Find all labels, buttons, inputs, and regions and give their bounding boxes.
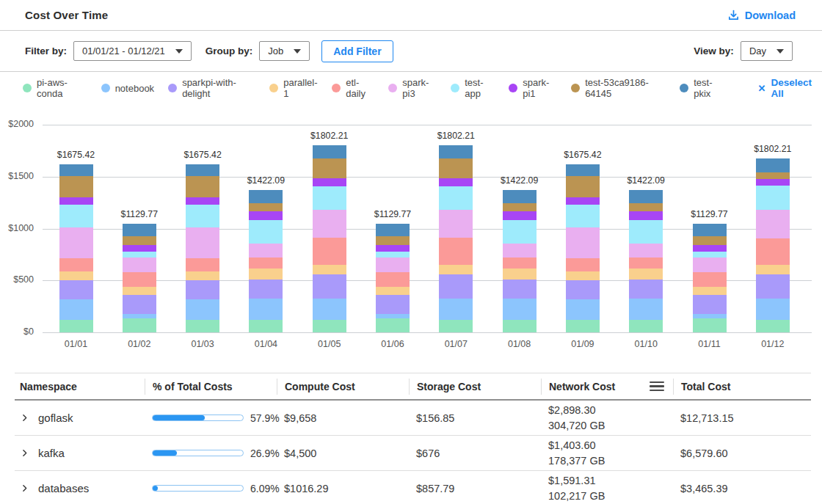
bar-segment-sparkpi-with-delight[interactable] (566, 280, 600, 299)
view-by-select[interactable]: Day (741, 41, 793, 61)
bar-segment-spark-pi3[interactable] (249, 244, 283, 258)
stacked-bar[interactable] (59, 164, 93, 332)
legend-item-test-pkix[interactable]: test-pkix (680, 77, 724, 99)
table-row-goflask[interactable]: goflask57.9%$9,658$156.85$2,898.30304,72… (15, 401, 811, 436)
stacked-bar[interactable] (376, 224, 410, 332)
bar-segment-pi-aws-conda[interactable] (503, 320, 537, 332)
legend-item-test-53ca9186-64145[interactable]: test-53ca9186-64145 (571, 77, 666, 99)
bar-segment-test-app[interactable] (123, 252, 156, 257)
bar-segment-spark-pi1[interactable] (693, 245, 727, 252)
bar-segment-spark-pi1[interactable] (439, 178, 473, 186)
bar-segment-pi-aws-conda[interactable] (123, 318, 156, 332)
bar-segment-test-53ca9186-64145[interactable] (503, 203, 537, 211)
bar-segment-pi-aws-conda[interactable] (249, 320, 283, 332)
bar-segment-parallel-1[interactable] (756, 265, 790, 274)
bar-segment-notebook[interactable] (756, 299, 790, 320)
legend-item-spark-pi3[interactable]: spark-pi3 (388, 77, 437, 99)
bar-segment-test-53ca9186-64145[interactable] (756, 172, 790, 179)
bar-segment-etl-daily[interactable] (249, 258, 283, 268)
bar-segment-etl-daily[interactable] (376, 272, 410, 287)
bar-segment-spark-pi3[interactable] (123, 258, 156, 272)
bar-segment-parallel-1[interactable] (439, 265, 473, 274)
bar-segment-notebook[interactable] (313, 299, 346, 320)
bar-segment-parallel-1[interactable] (629, 269, 663, 280)
bar-segment-parallel-1[interactable] (249, 269, 283, 280)
bar-segment-test-app[interactable] (249, 220, 283, 244)
bar-segment-test-pkix[interactable] (566, 164, 600, 176)
bar-segment-sparkpi-with-delight[interactable] (439, 274, 473, 299)
bar-segment-test-app[interactable] (313, 186, 346, 211)
legend-item-test-app[interactable]: test-app (451, 77, 495, 99)
bar-segment-spark-pi3[interactable] (376, 258, 410, 272)
table-row-databases[interactable]: databases6.09%$1016.29$857.79$1,591.3110… (15, 471, 811, 504)
deselect-all-button[interactable]: ✕ Deselect All (758, 77, 822, 99)
bar-segment-etl-daily[interactable] (59, 258, 93, 271)
bar-segment-test-53ca9186-64145[interactable] (59, 176, 93, 197)
bar-segment-test-53ca9186-64145[interactable] (439, 158, 473, 178)
bar-segment-test-app[interactable] (566, 205, 600, 227)
download-button[interactable]: Download (727, 9, 796, 21)
bar-segment-test-pkix[interactable] (59, 164, 93, 176)
bar-segment-test-pkix[interactable] (186, 164, 219, 176)
stacked-bar[interactable] (756, 158, 790, 332)
bar-segment-spark-pi1[interactable] (756, 179, 790, 186)
bar-segment-spark-pi3[interactable] (629, 244, 663, 258)
bar-segment-sparkpi-with-delight[interactable] (123, 295, 156, 314)
bar-segment-etl-daily[interactable] (629, 258, 663, 268)
add-filter-button[interactable]: Add Filter (321, 40, 393, 62)
bar-segment-spark-pi1[interactable] (376, 245, 410, 252)
stacked-bar[interactable] (123, 224, 156, 332)
bar-segment-parallel-1[interactable] (693, 287, 727, 296)
bar-segment-parallel-1[interactable] (313, 265, 346, 274)
bar-segment-parallel-1[interactable] (566, 271, 600, 280)
bar-segment-parallel-1[interactable] (123, 287, 156, 296)
chevron-right-icon[interactable] (20, 483, 29, 493)
legend-item-parallel-1[interactable]: parallel-1 (269, 77, 318, 99)
bar-segment-spark-pi3[interactable] (503, 244, 537, 258)
stacked-bar[interactable] (439, 145, 473, 332)
legend-item-sparkpi-with-delight[interactable]: sparkpi-with-delight (168, 77, 255, 99)
bar-segment-spark-pi1[interactable] (313, 178, 346, 186)
bar-segment-spark-pi3[interactable] (756, 210, 790, 238)
bar-segment-etl-daily[interactable] (503, 258, 537, 268)
bar-segment-pi-aws-conda[interactable] (566, 320, 600, 332)
bar-segment-parallel-1[interactable] (186, 271, 219, 280)
bar-segment-test-app[interactable] (59, 205, 93, 227)
bar-segment-parallel-1[interactable] (503, 269, 537, 280)
bar-segment-notebook[interactable] (59, 299, 93, 320)
bar-segment-test-53ca9186-64145[interactable] (313, 158, 346, 178)
bar-segment-spark-pi1[interactable] (566, 197, 600, 205)
bar-segment-test-pkix[interactable] (439, 145, 473, 158)
bar-segment-pi-aws-conda[interactable] (439, 320, 473, 332)
bar-segment-test-pkix[interactable] (123, 224, 156, 237)
bar-segment-etl-daily[interactable] (313, 238, 346, 265)
bar-segment-sparkpi-with-delight[interactable] (693, 295, 727, 314)
bar-segment-test-53ca9186-64145[interactable] (566, 176, 600, 197)
bar-segment-sparkpi-with-delight[interactable] (756, 274, 790, 299)
bar-segment-etl-daily[interactable] (756, 238, 790, 266)
bar-segment-spark-pi3[interactable] (313, 210, 346, 238)
bar-segment-spark-pi3[interactable] (693, 258, 727, 272)
bar-segment-spark-pi1[interactable] (186, 197, 219, 205)
bar-segment-pi-aws-conda[interactable] (629, 320, 663, 332)
bar-segment-pi-aws-conda[interactable] (186, 320, 219, 332)
bar-segment-spark-pi3[interactable] (566, 227, 600, 258)
bar-segment-sparkpi-with-delight[interactable] (59, 280, 93, 299)
bar-segment-pi-aws-conda[interactable] (756, 320, 790, 332)
bar-segment-test-pkix[interactable] (629, 190, 663, 204)
bar-segment-test-53ca9186-64145[interactable] (693, 236, 727, 245)
bar-segment-test-53ca9186-64145[interactable] (376, 236, 410, 245)
column-menu-icon[interactable] (650, 381, 664, 392)
bar-segment-test-app[interactable] (629, 220, 663, 244)
date-range-select[interactable]: 01/01/21 - 01/12/21 (73, 41, 192, 61)
stacked-bar[interactable] (629, 190, 663, 332)
bar-segment-test-app[interactable] (439, 186, 473, 211)
bar-segment-test-app[interactable] (376, 252, 410, 257)
legend-item-pi-aws-conda[interactable]: pi-aws-conda (23, 77, 87, 99)
bar-segment-spark-pi1[interactable] (503, 211, 537, 220)
stacked-bar[interactable] (503, 190, 537, 332)
stacked-bar[interactable] (249, 190, 283, 332)
bar-segment-etl-daily[interactable] (123, 272, 156, 287)
stacked-bar[interactable] (693, 224, 727, 332)
bar-segment-etl-daily[interactable] (566, 258, 600, 271)
